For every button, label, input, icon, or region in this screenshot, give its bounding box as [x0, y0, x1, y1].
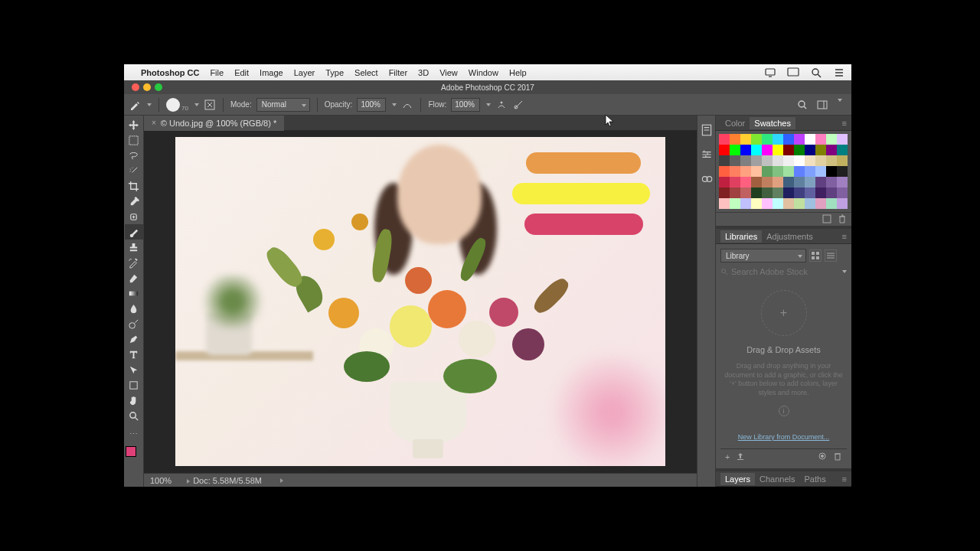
swatch[interactable] — [783, 155, 794, 166]
swatch[interactable] — [773, 155, 783, 166]
swatch[interactable] — [719, 145, 730, 155]
swatch[interactable] — [826, 145, 837, 155]
swatch[interactable] — [730, 177, 740, 187]
swatch[interactable] — [815, 134, 826, 145]
history-brush-tool[interactable] — [125, 255, 143, 270]
crop-tool[interactable] — [125, 178, 143, 194]
close-tab-icon[interactable]: × — [152, 119, 156, 127]
panel-menu-icon[interactable]: ≡ — [842, 119, 847, 128]
dodge-tool[interactable] — [125, 316, 143, 331]
swatch[interactable] — [805, 166, 815, 177]
close-window-button[interactable] — [132, 83, 139, 91]
mode-select[interactable]: Normal — [256, 98, 310, 112]
swatch[interactable] — [730, 198, 740, 209]
swatch[interactable] — [837, 145, 848, 155]
move-tool[interactable] — [125, 117, 143, 132]
opacity-pressure-icon[interactable] — [401, 99, 413, 111]
add-content-icon[interactable]: + — [725, 452, 730, 461]
menu-view[interactable]: View — [439, 68, 458, 77]
type-tool[interactable] — [125, 347, 143, 362]
swatch[interactable] — [805, 134, 815, 145]
properties-panel-icon[interactable] — [700, 148, 714, 161]
swatch[interactable] — [751, 145, 762, 155]
menu-list-icon[interactable] — [833, 67, 845, 78]
swatch[interactable] — [805, 187, 815, 198]
path-tool[interactable] — [125, 362, 143, 377]
tab-color[interactable]: Color — [720, 117, 750, 129]
swatch[interactable] — [805, 198, 815, 209]
swatch[interactable] — [740, 155, 751, 166]
monitor-icon[interactable] — [787, 67, 799, 78]
menu-filter[interactable]: Filter — [389, 68, 407, 77]
swatch[interactable] — [730, 145, 740, 155]
swatch[interactable] — [826, 177, 837, 187]
swatch[interactable] — [773, 177, 783, 187]
swatch[interactable] — [773, 198, 783, 209]
marquee-tool[interactable] — [125, 132, 143, 148]
menu-help[interactable]: Help — [509, 68, 527, 77]
tab-adjustments[interactable]: Adjustments — [762, 230, 818, 243]
new-library-link[interactable]: New Library from Document... — [720, 433, 847, 441]
swatch[interactable] — [826, 198, 837, 209]
swatch[interactable] — [719, 198, 730, 209]
swatch[interactable] — [783, 198, 794, 209]
swatch[interactable] — [826, 166, 837, 177]
swatch[interactable] — [751, 134, 762, 145]
document-tab[interactable]: × © Undo.jpg @ 100% (RGB/8) * — [144, 116, 284, 131]
flow-input[interactable]: 100% — [451, 98, 480, 112]
swatch[interactable] — [794, 166, 805, 177]
swatch[interactable] — [730, 166, 740, 177]
swatch[interactable] — [740, 166, 751, 177]
foreground-color[interactable] — [126, 446, 136, 457]
menu-window[interactable]: Window — [469, 68, 498, 77]
swatch[interactable] — [762, 177, 773, 187]
canvas-area[interactable] — [144, 131, 697, 473]
library-search[interactable]: Search Adobe Stock — [731, 267, 808, 276]
size-pressure-icon[interactable] — [512, 99, 524, 111]
screen-icon[interactable] — [764, 67, 776, 78]
edit-toolbar[interactable]: ⋯ — [125, 426, 143, 442]
swatch[interactable] — [805, 145, 815, 155]
swatch[interactable] — [837, 134, 848, 145]
swatch[interactable] — [794, 134, 805, 145]
swatch[interactable] — [815, 155, 826, 166]
swatch[interactable] — [740, 145, 751, 155]
swatch[interactable] — [762, 155, 773, 166]
opacity-input[interactable]: 100% — [357, 98, 386, 112]
color-chips[interactable] — [126, 446, 142, 463]
swatch[interactable] — [815, 166, 826, 177]
search-icon[interactable] — [796, 99, 808, 111]
menu-layer[interactable]: Layer — [294, 68, 315, 77]
swatch[interactable] — [730, 187, 740, 198]
swatch[interactable] — [826, 187, 837, 198]
swatch[interactable] — [783, 145, 794, 155]
swatch[interactable] — [783, 177, 794, 187]
sync-icon[interactable] — [818, 452, 827, 462]
swatch[interactable] — [815, 187, 826, 198]
workspace-icon[interactable] — [816, 99, 828, 111]
swatch[interactable] — [719, 134, 730, 145]
swatch[interactable] — [783, 134, 794, 145]
swatch[interactable] — [815, 177, 826, 187]
zoom-level[interactable]: 100% — [150, 476, 172, 485]
menu-3d[interactable]: 3D — [418, 68, 429, 77]
brush-preview-icon[interactable] — [166, 98, 180, 112]
swatch[interactable] — [805, 155, 815, 166]
swatch[interactable] — [794, 177, 805, 187]
delete-icon[interactable] — [833, 452, 842, 462]
healing-tool[interactable] — [125, 209, 143, 224]
swatch[interactable] — [719, 166, 730, 177]
canvas[interactable] — [175, 137, 665, 466]
swatch[interactable] — [773, 166, 783, 177]
swatch[interactable] — [794, 145, 805, 155]
character-panel-icon[interactable] — [700, 172, 714, 186]
zoom-window-button[interactable] — [155, 83, 162, 91]
swatch[interactable] — [762, 198, 773, 209]
swatch[interactable] — [740, 187, 751, 198]
swatch[interactable] — [719, 177, 730, 187]
hand-tool[interactable] — [125, 393, 143, 408]
swatch[interactable] — [837, 198, 848, 209]
swatch[interactable] — [719, 155, 730, 166]
menu-select[interactable]: Select — [354, 68, 378, 77]
tab-channels[interactable]: Channels — [755, 473, 799, 485]
